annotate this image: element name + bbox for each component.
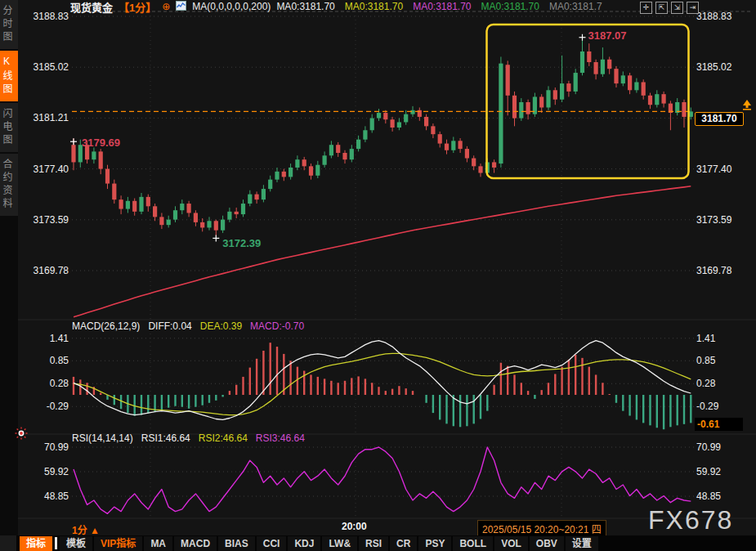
symbol-title: 现货黄金 xyxy=(70,0,113,15)
axis-label: 3169.78 xyxy=(34,265,69,276)
axis-label: -0.29 xyxy=(47,401,69,412)
svg-text:3172.39: 3172.39 xyxy=(222,237,261,249)
legend-item: RSI(14,14,14) xyxy=(72,432,133,444)
ma-value-0: MA0:3181.70 xyxy=(276,1,334,12)
ma-value-4: MA0:3181.7 xyxy=(549,1,602,12)
axis-label: 1.41 xyxy=(696,333,715,344)
chart-canvas[interactable]: 3179.693172.393187.07 xyxy=(0,0,756,551)
period-indicator[interactable]: 1分 ▲ xyxy=(72,522,100,536)
svg-text:3179.69: 3179.69 xyxy=(82,137,120,149)
toolbar-item-MACD[interactable]: MACD xyxy=(174,536,217,551)
toolbar-item-CCI[interactable]: CCI xyxy=(257,536,287,551)
axis-label: 3185.02 xyxy=(696,61,731,73)
toolbar-item-BOLL[interactable]: BOLL xyxy=(453,536,493,551)
toolbar-item-模板[interactable]: 模板 xyxy=(60,536,92,551)
legend-item: RSI1:46.64 xyxy=(141,432,190,444)
axis-label: -0.29 xyxy=(696,401,718,412)
pop-out-icon[interactable]: ⇥ xyxy=(687,2,699,14)
toolbar-corner xyxy=(0,535,16,551)
chart-application: 分时图K线图闪电图合约资料 现货黄金 【1分】 ⊕ MA(0,0,0,0,0,2… xyxy=(0,0,756,551)
ma-value-1: MA0:3181.70 xyxy=(345,1,403,12)
axis-label: 0.28 xyxy=(696,378,715,389)
axis-label: 48.85 xyxy=(696,491,721,502)
chart-type-sidebar: 分时图K线图闪电图合约资料 xyxy=(0,0,18,535)
add-indicator-icon[interactable]: ⊕ xyxy=(162,1,170,12)
macd-legend: MACD(26,12,9)DIFF:0.04DEA:0.39MACD:-0.70 xyxy=(72,320,304,332)
axis-label: 3177.40 xyxy=(34,164,69,175)
pan-icon[interactable]: ✛ xyxy=(640,2,652,14)
sidebar-item-0[interactable]: 分时图 xyxy=(0,0,18,49)
toolbar-item-LW&[interactable]: LW& xyxy=(322,536,357,551)
axis-label: 3173.59 xyxy=(34,214,69,226)
svg-text:3187.07: 3187.07 xyxy=(588,29,627,42)
toolbar-item-OBV[interactable]: OBV xyxy=(530,536,564,551)
sidebar-item-1[interactable]: K线图 xyxy=(0,51,18,101)
axis-label: 3188.83 xyxy=(696,11,731,22)
snap-right-icon[interactable]: ⇲ xyxy=(671,2,683,14)
axis-label: 59.92 xyxy=(44,466,69,477)
axis-label: 1.41 xyxy=(50,333,69,344)
toolbar-item-RSI[interactable]: RSI xyxy=(359,536,388,551)
axis-label: 3177.40 xyxy=(696,164,731,175)
mini-chart-icon xyxy=(176,1,186,13)
axis-label: 0.28 xyxy=(50,378,69,389)
axis-label: 3181.21 xyxy=(34,112,69,123)
legend-item: DEA:0.39 xyxy=(200,320,242,332)
axis-label: 0.85 xyxy=(696,355,715,366)
toolbar-item-VOL[interactable]: VOL xyxy=(494,536,528,551)
ma-value-2: MA0:3181.70 xyxy=(413,1,471,12)
toolbar-item-CR[interactable]: CR xyxy=(390,536,417,551)
current-price-tag: 3181.70 xyxy=(695,112,744,126)
toolbar-item-设置[interactable]: 设置 xyxy=(566,536,598,551)
window-controls: ✛⇱⇲⇥ xyxy=(640,2,699,14)
legend-item: RSI3:46.64 xyxy=(256,432,305,444)
date-range-tag: 2025/05/15 20:20~20:21 四 xyxy=(477,520,606,537)
axis-label: 70.99 xyxy=(44,441,69,453)
axis-label: 70.99 xyxy=(696,441,721,453)
toolbar-item-KDJ[interactable]: KDJ xyxy=(288,536,320,551)
left-price-axis: 3188.833185.023181.213177.403173.593169.… xyxy=(18,0,69,535)
chart-header: 现货黄金 【1分】 ⊕ MA(0,0,0,0,0,200) MA0:3181.7… xyxy=(70,0,602,13)
toolbar-item-PSY[interactable]: PSY xyxy=(418,536,451,551)
axis-label: 48.85 xyxy=(44,491,69,502)
axis-label: 3188.83 xyxy=(34,11,69,22)
rsi-legend: RSI(14,14,14)RSI1:46.64RSI2:46.64RSI3:46… xyxy=(72,432,305,444)
time-axis-label: 20:00 xyxy=(342,521,367,532)
sidebar-item-3[interactable]: 合约资料 xyxy=(0,154,18,216)
price-up-arrow-icon xyxy=(742,99,752,114)
axis-label: 0.85 xyxy=(50,355,69,366)
ma-values: MA0:3181.70MA0:3181.70MA0:3181.70MA0:318… xyxy=(276,1,602,12)
ma-params: MA(0,0,0,0,0,200) xyxy=(192,1,271,12)
marker-sun-icon[interactable] xyxy=(15,427,28,443)
toolbar-item-指标[interactable]: 指标 xyxy=(20,536,52,551)
legend-item: MACD(26,12,9) xyxy=(72,320,140,332)
axis-label: 59.92 xyxy=(696,466,721,477)
toolbar-item-MA[interactable]: MA xyxy=(144,536,172,551)
snap-left-icon[interactable]: ⇱ xyxy=(655,2,668,14)
axis-label: 3173.59 xyxy=(696,214,731,226)
period-badge[interactable]: 【1分】 xyxy=(119,0,156,15)
ma-value-3: MA0:3181.70 xyxy=(481,1,539,12)
legend-item: DIFF:0.04 xyxy=(148,320,191,332)
legend-item: RSI2:46.64 xyxy=(199,432,248,444)
toolbar-item-VIP指标[interactable]: VIP指标 xyxy=(94,536,142,551)
toolbar-divider xyxy=(55,537,57,549)
sidebar-item-2[interactable]: 闪电图 xyxy=(0,103,18,152)
right-price-axis: 3188.833185.023177.403173.593169.781.410… xyxy=(696,0,755,535)
indicator-toolbar: 指标模板VIP指标MAMACDBIASCCIKDJLW&RSICRPSYBOLL… xyxy=(0,535,756,551)
macd-current-value-tag: -0.61 xyxy=(695,418,743,431)
axis-label: 3169.78 xyxy=(696,265,731,276)
toolbar-item-BIAS[interactable]: BIAS xyxy=(218,536,255,551)
axis-label: 3185.02 xyxy=(34,61,69,73)
watermark: FX678 xyxy=(648,505,733,535)
legend-item: MACD:-0.70 xyxy=(250,320,304,332)
